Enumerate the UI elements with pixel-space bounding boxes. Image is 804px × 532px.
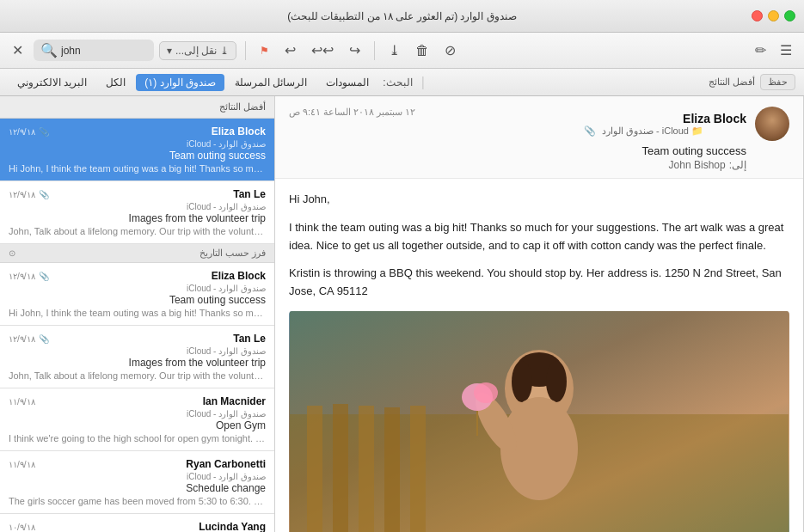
group-toggle[interactable]: ⊙ [9, 248, 15, 258]
svg-rect-5 [384, 407, 400, 532]
item-subject: Team outing success [9, 294, 266, 306]
separator [245, 41, 246, 60]
svg-rect-4 [359, 406, 374, 532]
sender-name-block: Eliza Block 📁 iCloud - صندوق الوارد 📎 [584, 112, 746, 137]
subtoolbar: حفظ أفضل النتائج | البحث: المسودات الرسا… [0, 69, 804, 96]
item-row1: Tan Le 📎 ١٢/٩/١٨ [9, 188, 266, 200]
toolbar-right: ✏ ☰ [750, 39, 797, 62]
item-sender: Eliza Block [212, 125, 266, 138]
close-button[interactable] [752, 10, 763, 21]
archive-icon: ⤓ [389, 42, 400, 58]
item-date: ١٢/٩/١٨ [9, 190, 35, 199]
attachment-icon: 📎 [584, 125, 596, 136]
flag-icon: ⚑ [260, 45, 269, 57]
email-mailbox: 📁 iCloud - صندوق الوارد 📎 [584, 125, 703, 137]
svg-rect-2 [307, 406, 322, 532]
attachment-icon: 📎 [39, 190, 49, 199]
archive-button[interactable]: ⤓ [384, 39, 405, 62]
item-row1: Ryan Carbonetti ١١/٩/١٨ [9, 458, 266, 470]
email-list-pane: أفضل النتائج Eliza Block 📎 ١٢/٩/١٨ صندوق… [0, 96, 275, 532]
search-input[interactable] [61, 45, 147, 57]
trash-icon: 🗑 [415, 43, 429, 58]
tab-sent[interactable]: الرسائل المرسلة [226, 74, 316, 91]
item-mailbox: صندوق الوارد - iCloud [9, 202, 266, 211]
sender-info: Eliza Block 📁 iCloud - صندوق الوارد 📎 [584, 107, 789, 141]
mailboxes-button[interactable]: ☰ [775, 39, 797, 62]
window-title: صندوق الوارد (تم العثور على ١٨ من التطبي… [287, 10, 517, 22]
email-greeting: Hi John, [289, 191, 789, 209]
item-row1: Eliza Block 📎 ١٢/٩/١٨ [9, 270, 266, 282]
item-subject: Images from the volunteer trip [9, 357, 266, 369]
reply-all-button[interactable]: ↩↩ [306, 39, 339, 62]
item-sender: Eliza Block [212, 270, 266, 282]
email-body: Hi John, I think the team outing was a b… [275, 179, 803, 532]
compose-button[interactable]: ✏ [750, 39, 771, 62]
item-sender: Tan Le [233, 333, 266, 345]
item-preview: I think we're going to the high school f… [9, 433, 266, 443]
email-list-item[interactable]: Tan Le 📎 ١٢/٩/١٨ صندوق الوارد - iCloud I… [0, 181, 274, 244]
junk-button[interactable]: ⊘ [439, 39, 461, 62]
mailboxes-icon: ☰ [780, 42, 792, 58]
traffic-lights [752, 10, 795, 21]
reply-icon: ↩ [285, 42, 296, 58]
email-list-item[interactable]: Eliza Block 📎 ١٢/٩/١٨ صندوق الوارد - iCl… [0, 263, 274, 326]
search-box[interactable]: 🔍 [34, 40, 154, 61]
reply-button[interactable]: ↩ [279, 39, 301, 62]
item-preview: Hi John, I think the team outing was a b… [9, 308, 266, 318]
item-mailbox: صندوق الوارد - iCloud [9, 284, 266, 293]
email-list-item[interactable]: Ryan Carbonetti ١١/٩/١٨ صندوق الوارد - i… [0, 451, 274, 514]
svg-point-10 [512, 361, 532, 402]
separator2 [374, 41, 375, 60]
group-header-date: فرز حسب التاريخ ⊙ [0, 244, 274, 263]
item-date: ١٢/٩/١٨ [9, 334, 35, 344]
chevron-down-icon: ▾ [167, 45, 172, 57]
item-row1: Lucinda Yang ١٠/٩/١٨ [9, 521, 266, 532]
email-paragraph2: Kristin is throwing a BBQ this weekend. … [289, 265, 789, 301]
email-header-row: Eliza Block 📁 iCloud - صندوق الوارد 📎 ١٢… [289, 107, 789, 141]
item-subject: Images from the volunteer trip [9, 212, 266, 224]
item-preview: John, Talk about a lifelong memory. Our … [9, 370, 266, 381]
to-label: إلى: [729, 159, 746, 171]
svg-point-11 [546, 361, 567, 402]
item-date: ١٢/٩/١٨ [9, 272, 35, 281]
delete-button[interactable]: 🗑 [410, 40, 434, 62]
item-row1: Ian Macnider ١١/٩/١٨ [9, 395, 266, 407]
item-mailbox: صندوق الوارد - iCloud [9, 409, 266, 419]
search-icon: 🔍 [40, 42, 58, 58]
item-row1: Eliza Block 📎 ١٢/٩/١٨ [9, 125, 266, 138]
item-date: ١٠/٩/١٨ [9, 523, 35, 532]
email-list-item[interactable]: Tan Le 📎 ١٢/٩/١٨ صندوق الوارد - iCloud I… [0, 326, 274, 388]
tab-email[interactable]: البريد الالكتروني [9, 74, 95, 91]
toolbar: ✕ 🔍 ⤓ نقل إلى... ▾ ⚑ ↩ ↩↩ ↪ ⤓ 🗑 ⊘ ✏ ☰ [0, 33, 804, 69]
email-list-item[interactable]: Eliza Block 📎 ١٢/٩/١٨ صندوق الوارد - iCl… [0, 119, 274, 181]
move-to-dropdown[interactable]: ⤓ نقل إلى... ▾ [159, 41, 236, 60]
save-button[interactable]: حفظ [760, 74, 795, 90]
mailbox-icon: 📁 [689, 125, 703, 136]
forward-icon: ↪ [349, 42, 360, 58]
search-label: البحث: [383, 76, 412, 89]
item-subject: Open Gym [9, 419, 266, 431]
minimize-button[interactable] [768, 10, 779, 21]
reply-all-icon: ↩↩ [311, 42, 334, 58]
maximize-button[interactable] [784, 10, 795, 21]
tab-all[interactable]: الكل [97, 74, 134, 91]
email-list-item[interactable]: Ian Macnider ١١/٩/١٨ صندوق الوارد - iClo… [0, 388, 274, 451]
forward-button[interactable]: ↪ [344, 39, 365, 62]
email-list-item[interactable]: Lucinda Yang ١٠/٩/١٨ صندوق الوارد - iClo… [0, 514, 274, 532]
tab-inbox[interactable]: صندوق الوارد (١) [136, 74, 224, 91]
close-tab-button[interactable]: ✕ [7, 39, 28, 62]
compose-icon: ✏ [755, 42, 766, 58]
email-detail-pane: Eliza Block 📁 iCloud - صندوق الوارد 📎 ١٢… [275, 96, 804, 532]
item-subject: Schedule change [9, 482, 266, 494]
title-bar: صندوق الوارد (تم العثور على ١٨ من التطبي… [0, 0, 804, 33]
avatar-image [755, 107, 789, 141]
attachment-icon: 📎 [39, 272, 49, 281]
best-match-label: أفضل النتائج [709, 76, 755, 88]
tab-drafts[interactable]: المسودات [317, 74, 377, 91]
email-subject: Team outing success [289, 144, 746, 157]
move-to-icon: ⤓ [220, 45, 229, 57]
sender-name: Eliza Block [584, 112, 746, 125]
group-header-label: فرز حسب التاريخ [199, 248, 266, 259]
flag-button[interactable]: ⚑ [255, 41, 274, 60]
avatar [755, 107, 789, 141]
